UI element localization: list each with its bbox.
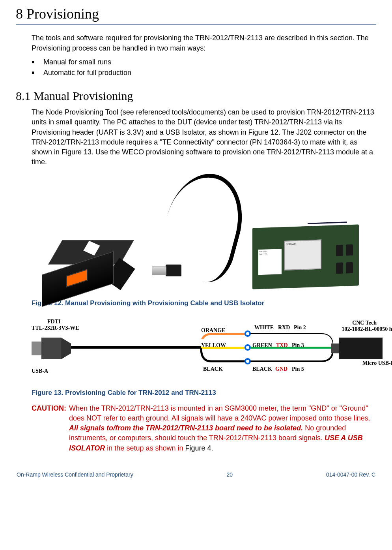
solder-point-icon: [245, 344, 251, 351]
fdti-sublabel: TTL-232R-3V3-WE: [32, 324, 79, 332]
micro-usb-connector-icon: [339, 338, 383, 359]
figure-12-image: ONRAMP P/N: 500-S/N: 172-: [32, 173, 359, 295]
caution-block: CAUTION: When the TRN-2012/TRN-2113 is m…: [32, 404, 376, 453]
micro-usb-label: Micro USB-B: [362, 359, 392, 367]
figure-13-wiring-diagram: FDTI TTL-232R-3V3-WE USB-A ORANGE YELLOW…: [32, 318, 386, 385]
footer-right: 014-0047-00 Rev. C: [326, 471, 375, 479]
caution-label: CAUTION:: [32, 404, 69, 453]
body-paragraph: The Node Provisioning Tool (see referenc…: [32, 107, 376, 167]
black-label: BLACK: [203, 365, 223, 373]
usb-a-connector-icon: [32, 338, 75, 359]
usb-cable-illustration: [150, 173, 260, 291]
black2-label: BLACK: [252, 365, 272, 373]
usb-isolator-illustration: [43, 228, 122, 291]
black-wire: [199, 347, 246, 363]
svg-rect-1: [41, 338, 61, 359]
rxd-label: RXD: [278, 324, 290, 332]
orange-wire: [199, 332, 246, 339]
footer-page-number: 20: [227, 471, 233, 479]
page-title: 8 Provisioning: [16, 4, 376, 25]
usb-a-label: USB-A: [32, 367, 48, 375]
micro-usb-tip-icon: [331, 344, 339, 353]
gnd-label: GND: [275, 365, 287, 373]
white-label: WHITE: [254, 324, 274, 332]
figure-13-caption: Figure 13. Provisioning Cable for TRN-20…: [32, 388, 376, 398]
page-footer: On-Ramp Wireless Confidential and Propri…: [16, 471, 376, 479]
intro-paragraph: The tools and software required for prov…: [32, 33, 376, 53]
solder-point-icon: [245, 330, 251, 337]
pin2-label: Pin 2: [294, 324, 306, 332]
cnc-sublabel: 102-1082-BL-00050 half: [342, 325, 392, 333]
svg-rect-0: [32, 342, 41, 355]
section-heading: 8.1 Manual Provisioning: [16, 88, 376, 104]
trn-board-illustration: ONRAMP P/N: 500-S/N: 172-: [252, 225, 359, 289]
list-item: Manual for small runs: [32, 57, 376, 67]
list-item: Automatic for full production: [32, 68, 376, 78]
solder-point-icon: [245, 358, 251, 364]
pin5-label: Pin 5: [292, 365, 304, 373]
footer-left: On-Ramp Wireless Confidential and Propri…: [17, 471, 133, 479]
figure-12-caption: Figure 12. Manual Provisioning with Prov…: [32, 298, 376, 308]
bullet-list: Manual for small runs Automatic for full…: [16, 57, 376, 78]
black2-wire: [250, 347, 333, 363]
caution-text: When the TRN-2012/TRN-2113 is mounted in…: [69, 404, 376, 453]
